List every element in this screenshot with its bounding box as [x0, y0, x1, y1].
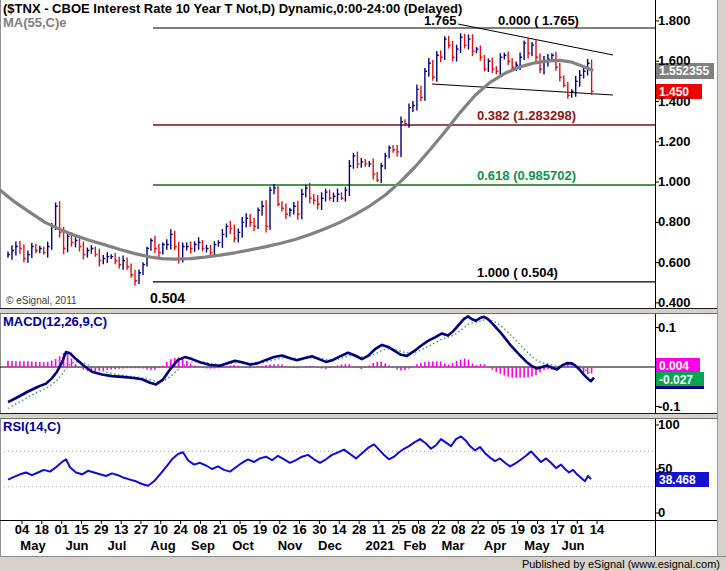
x-axis-month-label: 2021: [366, 538, 395, 553]
x-axis-day-label: 19: [511, 522, 525, 537]
price-axis-label: 1.800: [658, 13, 691, 28]
x-axis-day-label: 19: [253, 522, 267, 537]
x-axis-month-label: Dec: [318, 538, 342, 553]
panel-separator[interactable]: [0, 413, 726, 419]
x-axis-day-label: 16: [292, 522, 306, 537]
x-axis-day-label: 10: [154, 522, 168, 537]
x-axis-month-label: Apr: [484, 538, 506, 553]
macd-line: [8, 316, 594, 402]
price-axis-label: 0.600: [658, 255, 691, 270]
macd-axis-label: 0.1: [658, 320, 676, 335]
publisher-text: Published by eSignal (www.esignal.com): [522, 558, 720, 570]
fib-0382-label: 0.382 (1.283298): [477, 108, 576, 123]
x-axis-month-label: Nov: [278, 538, 303, 553]
fib-0618-label: 0.618 (0.985702): [477, 168, 576, 183]
x-axis-day-label: 17: [550, 522, 564, 537]
price-axis-label: 1.400: [658, 94, 691, 109]
x-axis-day-label: 29: [94, 522, 108, 537]
x-axis-day-label: 01: [54, 522, 68, 537]
x-axis-day-label: 01: [570, 522, 584, 537]
x-axis-day-label: 11: [372, 522, 386, 537]
x-axis-day-label: 22: [431, 522, 445, 537]
x-axis-day-label: 02: [273, 522, 287, 537]
rsi-axis-label: 100: [658, 417, 680, 432]
x-axis-day-label: 05: [491, 522, 505, 537]
chart-title: ($TNX - CBOE Interest Rate 10 Year T Not…: [3, 1, 462, 16]
rsi-axis-label: 0: [658, 505, 665, 520]
rsi-study-label: RSI(14,C): [3, 419, 61, 434]
fib-peak-value-label: 1.765: [424, 13, 457, 28]
x-axis-day-label: 22: [471, 522, 485, 537]
x-axis-month-label: Jun: [65, 538, 88, 553]
x-axis-day-label: 08: [411, 522, 425, 537]
macd-histogram-value-badge: 0.004: [656, 358, 700, 372]
fib-1000-label: 1.000 ( 0.504): [477, 265, 558, 280]
fib-0000-label: 0.000 ( 1.765): [498, 13, 579, 28]
x-axis-day-label: 03: [530, 522, 544, 537]
panel-separator[interactable]: [0, 308, 726, 314]
x-axis-month-label: Aug: [150, 538, 175, 553]
price-axis-label: 0.400: [658, 295, 691, 310]
macd-axis-label: -0.1: [658, 399, 680, 414]
x-axis-day-label: 25: [392, 522, 406, 537]
x-axis-month-label: Mar: [441, 538, 464, 553]
x-axis-month-label: May: [20, 538, 45, 553]
x-axis-month-label: Jun: [561, 538, 584, 553]
macd-signal-value-badge: -0.027: [656, 372, 704, 389]
esignal-copyright: © eSignal, 2011: [6, 295, 77, 306]
x-axis-month-label: Oct: [232, 538, 254, 553]
x-axis-day-label: 21: [213, 522, 227, 537]
chart-canvas[interactable]: [0, 0, 726, 571]
x-axis-day-label: 28: [352, 522, 366, 537]
x-axis-day-label: 14: [590, 522, 604, 537]
right-gutter: [717, 0, 726, 556]
x-axis-month-label: May: [524, 538, 549, 553]
price-axis-label: 1.200: [658, 134, 691, 149]
x-axis-day-label: 13: [114, 522, 128, 537]
x-axis-month-label: Jul: [108, 538, 127, 553]
x-axis-day-label: 27: [134, 522, 148, 537]
publisher-bar: Published by eSignal (www.esignal.com): [0, 556, 726, 571]
x-axis-day-label: 30: [312, 522, 326, 537]
ma55-line: [0, 60, 592, 259]
price-axis-label: 0.800: [658, 214, 691, 229]
ma-study-label: MA(55,C)e: [3, 15, 67, 30]
x-axis-day-label: 15: [74, 522, 88, 537]
macd-signal-line: [8, 320, 592, 409]
x-axis-day-label: 14: [332, 522, 346, 537]
rsi-axis-label: 50: [658, 461, 672, 476]
price-axis-label: 1.000: [658, 174, 691, 189]
trendline-lower: [432, 84, 613, 95]
x-axis-day-label: 08: [451, 522, 465, 537]
macd-study-label: MACD(12,26,9,C): [3, 314, 107, 329]
x-axis-day-label: 18: [35, 522, 49, 537]
x-axis-month-label: Feb: [403, 538, 426, 553]
fib-low-value-label: 0.504: [150, 290, 185, 306]
x-axis-month-label: Sep: [191, 538, 215, 553]
x-axis-day-label: 04: [15, 522, 29, 537]
x-axis-day-label: 24: [173, 522, 187, 537]
x-axis-day-label: 08: [193, 522, 207, 537]
price-axis-label: 1.600: [658, 53, 691, 68]
rsi-line: [8, 436, 591, 485]
x-axis-day-label: 05: [233, 522, 247, 537]
esignal-chart-window: ($TNX - CBOE Interest Rate 10 Year T Not…: [0, 0, 726, 571]
